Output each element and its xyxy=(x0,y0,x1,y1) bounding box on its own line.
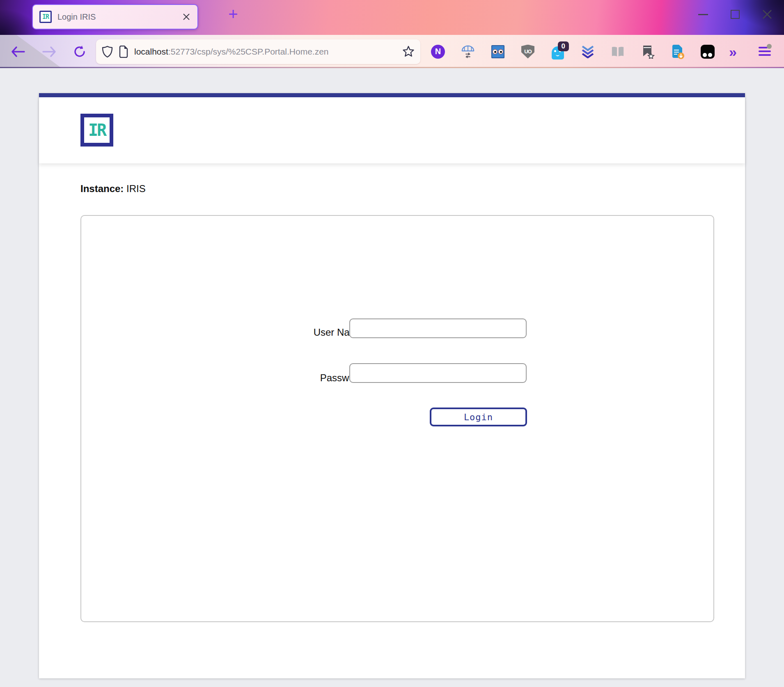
username-input[interactable] xyxy=(349,318,527,338)
bookmark-flag-extension-icon[interactable] xyxy=(641,45,655,59)
tab-close-icon[interactable] xyxy=(182,12,191,21)
n-extension-label: N xyxy=(435,47,441,56)
window-controls xyxy=(698,9,773,20)
browser-tab-bar: IR Login IRIS + xyxy=(0,0,784,35)
forward-button[interactable] xyxy=(42,46,57,58)
login-panel xyxy=(80,215,714,622)
iris-logo-text: IR xyxy=(88,121,105,140)
username-label: User Name xyxy=(203,327,363,338)
back-button[interactable] xyxy=(11,46,25,58)
reload-button[interactable] xyxy=(73,45,86,58)
umbrella-proxy-extension-icon[interactable] xyxy=(461,45,475,59)
page-header: IR xyxy=(39,97,745,163)
googly-eyes-extension-icon[interactable] xyxy=(491,45,505,59)
close-window-button[interactable] xyxy=(762,9,773,20)
extension-icons-row: N UO 0 xyxy=(431,35,715,68)
new-tab-button[interactable]: + xyxy=(224,6,242,24)
browser-tab[interactable]: IR Login IRIS xyxy=(32,4,198,30)
url-host: localhost xyxy=(134,47,168,56)
url-text[interactable]: localhost:52773/csp/sys/%25CSP.Portal.Ho… xyxy=(134,47,397,57)
url-bar[interactable]: localhost:52773/csp/sys/%25CSP.Portal.Ho… xyxy=(96,39,420,64)
dark-robot-extension-icon[interactable] xyxy=(701,45,715,59)
overflow-chevron-icon[interactable]: » xyxy=(729,45,737,59)
tab-favicon-ir-icon: IR xyxy=(39,11,52,23)
page-background: IR Instance: IRIS User Name Password Log… xyxy=(0,68,784,687)
ublock-label: UO xyxy=(524,48,532,55)
shield-icon[interactable] xyxy=(102,46,113,58)
password-label: Password xyxy=(203,372,363,384)
top-navy-bar xyxy=(39,93,745,97)
instance-value: IRIS xyxy=(124,183,145,194)
maximize-button[interactable] xyxy=(730,9,740,20)
ghostery-extension-icon[interactable]: 0 xyxy=(551,45,565,59)
page-info-icon[interactable] xyxy=(119,46,128,58)
iris-logo: IR xyxy=(80,114,113,147)
bookmark-star-icon[interactable] xyxy=(402,46,415,58)
browser-toolbar: localhost:52773/csp/sys/%25CSP.Portal.Ho… xyxy=(0,35,784,68)
password-input[interactable] xyxy=(349,363,527,383)
chevrons-extension-icon[interactable] xyxy=(581,45,595,59)
hamburger-menu-icon[interactable] xyxy=(759,46,771,56)
tab-favicon-text: IR xyxy=(42,13,49,21)
tab-title: Login IRIS xyxy=(57,12,176,22)
content-card: IR Instance: IRIS User Name Password Log… xyxy=(39,93,745,678)
instance-label: Instance: xyxy=(80,183,124,194)
ublock-origin-extension-icon[interactable]: UO xyxy=(521,45,535,59)
login-button[interactable]: Login xyxy=(430,408,527,426)
minimize-button[interactable] xyxy=(698,9,708,20)
menu-notification-dot xyxy=(767,44,772,49)
purple-n-extension-icon[interactable]: N xyxy=(431,45,445,59)
url-path: :52773/csp/sys/%25CSP.Portal.Home.zen xyxy=(168,47,329,56)
document-download-extension-icon[interactable] xyxy=(671,45,685,59)
book-reader-extension-icon[interactable] xyxy=(611,45,625,59)
instance-line: Instance: IRIS xyxy=(80,183,146,195)
ghostery-badge: 0 xyxy=(558,41,569,51)
